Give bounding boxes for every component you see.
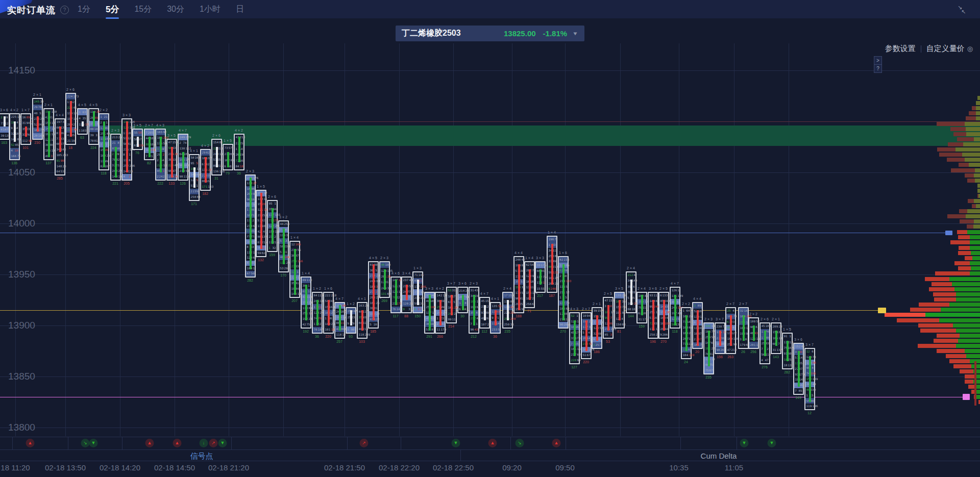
candle-body-up: [473, 295, 475, 325]
collapse-icon[interactable]: ↘↖: [958, 5, 968, 14]
tab-1小时[interactable]: 1小时: [199, 1, 222, 18]
signal-marker-green-down-triangle[interactable]: ▼: [89, 439, 98, 447]
footprint-cell-row: 1967: [548, 237, 556, 242]
tab-日[interactable]: 日: [235, 1, 245, 18]
volume-profile-buy-bar: [975, 179, 980, 183]
help-icon[interactable]: ?: [60, 6, 69, 14]
volume-profile-buy-bar: [925, 313, 980, 317]
candle-delta-label: 217: [537, 294, 543, 297]
candle-body-up: [753, 325, 755, 341]
panel-help-button[interactable]: ?: [874, 64, 882, 73]
footprint-cell-row: 2119: [66, 138, 75, 144]
footprint-cell-row: 5331: [447, 288, 456, 293]
cum-delta-pane-label[interactable]: Cum Delta: [701, 451, 737, 460]
candle-delta-label: 36: [493, 335, 497, 338]
footprint-candle: 16592106245176533592922642261188512242: [155, 129, 166, 181]
candle-body-down: [361, 310, 363, 331]
candle-delta-label: 235: [504, 330, 510, 333]
footprint-cell-row: 23740: [402, 278, 411, 283]
expand-panel-button[interactable]: >: [874, 56, 882, 65]
signal-marker-green-pen[interactable]: ↘: [516, 439, 524, 447]
volume-profile-sell-bar: [910, 308, 941, 312]
candle-delta-label: 192: [303, 330, 309, 333]
grid-line-vertical: [734, 43, 735, 436]
signal-band-divider: [737, 437, 737, 449]
footprint-candle: 432182225114261972568418: [234, 134, 244, 170]
signal-marker-red-pen[interactable]: ↗: [360, 439, 369, 447]
volume-profile-buy-bar: [976, 111, 980, 115]
x-axis-label: 10:35: [669, 463, 689, 472]
candle-body-up: [294, 249, 296, 295]
signal-marker-red-up-triangle[interactable]: ▲: [488, 439, 497, 447]
candle-summary-label: 1 × 4: [525, 256, 533, 260]
volume-profile-buy-bar: [958, 339, 980, 343]
footprint-cell-row: 163239: [358, 303, 366, 309]
footprint-cell-row: 13556: [491, 303, 500, 309]
footprint-cell-row: 25883: [190, 194, 199, 200]
signal-points-toggle[interactable]: 信号点: [190, 451, 213, 461]
footprint-cell-row: 25030: [503, 322, 512, 328]
footprint-candle: 13524716735158741919112415080: [614, 292, 625, 329]
footprint-candle: 1973661381367133662734148105243919014820…: [55, 118, 65, 175]
footprint-candle: 1548122218240191572589211136106: [211, 139, 222, 175]
candle-delta-label: 221: [112, 182, 118, 185]
candle-delta-label: 127: [571, 365, 577, 369]
footprint-candle: 44254756114351358233541481841312215329: [278, 220, 289, 272]
candle-body-down: [25, 127, 27, 137]
footprint-candle: 451881174118025837256113447: [760, 322, 770, 364]
y-axis-label: 13800: [8, 422, 35, 433]
contract-selector[interactable]: 丁二烯橡胶2503 13825.00 -1.81% ▼: [396, 26, 584, 41]
volume-profile-sell-bar: [965, 256, 972, 260]
candle-body-flat: [350, 310, 352, 325]
footprint-cell-row: 2239: [190, 189, 199, 194]
footprint-candle: 6223811085622824821313311652111215132781…: [558, 256, 569, 329]
right-edge-strip: [974, 361, 976, 406]
volume-profile-buy-bar: [952, 282, 980, 286]
candle-body-up: [395, 280, 397, 305]
signal-marker-green-down-triangle[interactable]: ▼: [218, 439, 227, 447]
tab-30分[interactable]: 30分: [166, 1, 185, 18]
signal-marker-red-up-triangle[interactable]: ▲: [145, 439, 154, 447]
signal-marker-green-pen[interactable]: ↘: [81, 439, 90, 447]
candle-body-up: [182, 152, 184, 172]
footprint-cell-row: 7205: [145, 130, 154, 136]
footprint-candle: 12611111994962461041974012655013: [670, 287, 680, 329]
signal-marker-green-down-triangle[interactable]: ▼: [768, 439, 776, 447]
footprint-cell-row: 7081: [89, 138, 98, 144]
footprint-cell-row: 4275: [302, 322, 310, 328]
signal-marker-green-down-triangle[interactable]: ▼: [452, 439, 460, 447]
candle-delta-label: 133: [168, 182, 175, 185]
volume-profile-buy-bar: [974, 219, 980, 223]
footprint-candle: 31433419106126193693542124719643: [469, 287, 479, 334]
footprint-cell-row: 590: [347, 327, 355, 333]
tab-5分[interactable]: 5分: [105, 1, 120, 18]
footprint-cell-row: 1261: [671, 288, 679, 293]
candle-delta-label: 101: [22, 146, 29, 149]
footprint-candle: 6254202771239716188131115615110722566: [524, 261, 535, 308]
candle-body-up: [316, 300, 318, 325]
volume-profile-sell-bar: [953, 364, 971, 368]
y-axis-label: 14150: [8, 65, 35, 76]
signal-band-divider: [566, 437, 566, 449]
signal-marker-green-down-arrow[interactable]: ↓: [200, 439, 208, 447]
tab-1分[interactable]: 1分: [77, 1, 91, 18]
candle-body-up: [227, 152, 229, 167]
orderflow-chart-area[interactable]: 1415014100140501400013950139001385013800…: [0, 43, 980, 436]
volume-profile-sell-bar: [934, 297, 956, 302]
signal-marker-red-up-triangle[interactable]: ▲: [26, 439, 35, 447]
candle-summary-label: 2 × 1: [33, 93, 41, 96]
candle-summary-label: 3 × 6: [649, 287, 657, 290]
signal-marker-green-down-triangle[interactable]: ▼: [740, 439, 749, 447]
footprint-candle: 7205441088810531233721: [144, 129, 155, 160]
candle-summary-label: 1 × 2: [347, 302, 355, 306]
footprint-cell-row: 218: [111, 140, 120, 146]
footprint-cell-row: 2124: [627, 272, 635, 278]
footprint-cell-row: 164: [682, 308, 691, 314]
signal-marker-red-up-triangle[interactable]: ▲: [552, 439, 561, 447]
candle-delta-label: 137: [45, 161, 52, 165]
candle-delta-label: 156: [717, 355, 723, 359]
signal-marker-red-pen[interactable]: ↗: [209, 439, 218, 447]
tab-15分[interactable]: 15分: [133, 1, 153, 18]
signal-marker-red-up-triangle[interactable]: ▲: [173, 439, 182, 447]
candle-body-up: [305, 285, 307, 320]
